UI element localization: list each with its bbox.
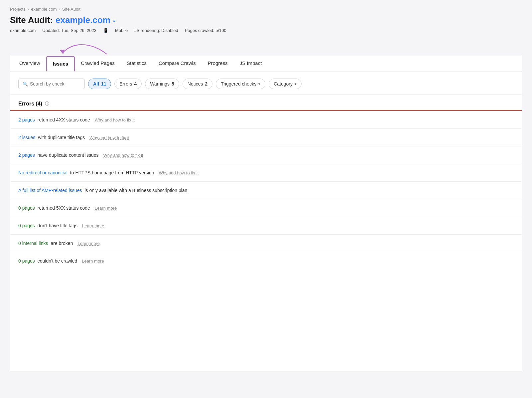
breadcrumb-sep-1: › bbox=[28, 7, 29, 12]
category-dropdown[interactable]: Category ▾ bbox=[269, 79, 302, 89]
filter-errors-button[interactable]: Errors 4 bbox=[114, 79, 142, 89]
errors-title: Errors (4) ⓘ bbox=[18, 101, 514, 107]
main-content: 🔍 All 11 Errors 4 Warnings 5 Notices 2 T… bbox=[10, 72, 522, 371]
errors-label: Errors (4) bbox=[18, 101, 42, 107]
meta-device: Mobile bbox=[115, 28, 128, 33]
issue-text-no-title: don't have title tags bbox=[38, 223, 77, 228]
issue-row-no-title: 0 pages don't have title tags Learn more bbox=[10, 217, 522, 235]
fix-link-4xx[interactable]: Why and how to fix it bbox=[95, 117, 135, 122]
issue-text-duplicate-content: have duplicate content issues bbox=[38, 152, 99, 158]
filter-warnings-label: Warnings bbox=[150, 81, 170, 87]
meta-pages: Pages crawled: 5/100 bbox=[185, 28, 226, 33]
issue-row-5xx: 0 pages returned 5XX status code Learn m… bbox=[10, 199, 522, 217]
issue-link-4xx[interactable]: 2 pages bbox=[18, 117, 35, 122]
filter-all-label: All bbox=[93, 81, 99, 87]
tab-issues[interactable]: Issues bbox=[46, 56, 75, 72]
errors-section-header: Errors (4) ⓘ bbox=[10, 95, 522, 110]
learn-link-not-crawled[interactable]: Learn more bbox=[82, 259, 104, 264]
site-link[interactable]: example.com ⌄ bbox=[56, 15, 116, 25]
issue-link-duplicate-content[interactable]: 2 pages bbox=[18, 152, 35, 158]
triggered-checks-dropdown[interactable]: Triggered checks ▾ bbox=[216, 79, 265, 89]
tab-js-impact[interactable]: JS Impact bbox=[234, 56, 268, 72]
breadcrumb-projects[interactable]: Projects bbox=[10, 7, 26, 12]
svg-marker-0 bbox=[60, 50, 65, 54]
filter-errors-label: Errors bbox=[119, 81, 132, 87]
learn-link-no-title[interactable]: Learn more bbox=[82, 223, 104, 228]
issue-text-no-redirect: to HTTPS homepage from HTTP version bbox=[70, 170, 154, 175]
tab-compare-crawls[interactable]: Compare Crawls bbox=[153, 56, 202, 72]
issue-row-amp: A full list of AMP-related issues is onl… bbox=[10, 182, 522, 199]
tab-statistics[interactable]: Statistics bbox=[121, 56, 153, 72]
triggered-checks-arrow-icon: ▾ bbox=[258, 82, 260, 86]
issue-row-duplicate-content: 2 pages have duplicate content issues Wh… bbox=[10, 146, 522, 164]
learn-link-broken-links[interactable]: Learn more bbox=[77, 241, 99, 246]
issue-link-5xx[interactable]: 0 pages bbox=[18, 205, 35, 211]
tab-crawled-pages[interactable]: Crawled Pages bbox=[75, 56, 121, 72]
fix-link-duplicate-content[interactable]: Why and how to fix it bbox=[103, 153, 143, 158]
annotation-arrow bbox=[50, 36, 116, 56]
arrow-annotation bbox=[10, 39, 522, 56]
filter-warnings-button[interactable]: Warnings 5 bbox=[145, 79, 179, 89]
issue-link-amp[interactable]: A full list of AMP-related issues bbox=[18, 188, 82, 193]
meta-js: JS rendering: Disabled bbox=[134, 28, 178, 33]
breadcrumb-current: Site Audit bbox=[62, 7, 80, 12]
search-box[interactable]: 🔍 bbox=[18, 79, 85, 89]
site-dropdown-icon[interactable]: ⌄ bbox=[112, 17, 116, 23]
meta-domain: example.com bbox=[10, 28, 36, 33]
issue-row-no-redirect: No redirect or canonical to HTTPS homepa… bbox=[10, 164, 522, 182]
fix-link-no-redirect[interactable]: Why and how to fix it bbox=[159, 170, 199, 175]
filter-all-button[interactable]: All 11 bbox=[88, 79, 111, 89]
filter-notices-count: 2 bbox=[205, 81, 208, 87]
page-title: Site Audit: example.com ⌄ bbox=[10, 15, 522, 25]
issue-text-broken-links: are broken bbox=[51, 241, 73, 246]
site-name: example.com bbox=[56, 15, 110, 25]
search-icon: 🔍 bbox=[23, 82, 28, 87]
issue-link-not-crawled[interactable]: 0 pages bbox=[18, 258, 35, 264]
triggered-checks-label: Triggered checks bbox=[221, 81, 256, 87]
filter-notices-label: Notices bbox=[188, 81, 203, 87]
title-prefix: Site Audit: bbox=[10, 15, 53, 25]
info-icon[interactable]: ⓘ bbox=[45, 101, 49, 107]
issue-row-broken-links: 0 internal links are broken Learn more bbox=[10, 235, 522, 252]
issue-link-no-title[interactable]: 0 pages bbox=[18, 223, 35, 228]
issue-text-5xx: returned 5XX status code bbox=[38, 205, 90, 211]
filter-warnings-count: 5 bbox=[172, 81, 174, 87]
search-input[interactable] bbox=[30, 81, 76, 87]
breadcrumb-domain[interactable]: example.com bbox=[31, 7, 57, 12]
tab-progress[interactable]: Progress bbox=[202, 56, 234, 72]
meta-updated: Updated: Tue, Sep 26, 2023 bbox=[42, 28, 96, 33]
filter-errors-count: 4 bbox=[134, 81, 137, 87]
issue-row-4xx: 2 pages returned 4XX status code Why and… bbox=[10, 111, 522, 129]
breadcrumb-sep-2: › bbox=[59, 7, 60, 12]
category-arrow-icon: ▾ bbox=[295, 82, 297, 86]
issue-text-amp: is only available with a Business subscr… bbox=[84, 188, 187, 193]
learn-link-5xx[interactable]: Learn more bbox=[95, 206, 117, 211]
meta-device-icon: 📱 bbox=[103, 28, 108, 33]
filter-all-count: 11 bbox=[101, 81, 106, 87]
breadcrumb: Projects › example.com › Site Audit bbox=[10, 7, 522, 12]
issue-row-not-crawled: 0 pages couldn't be crawled Learn more bbox=[10, 252, 522, 270]
category-label: Category bbox=[274, 81, 293, 87]
filter-notices-button[interactable]: Notices 2 bbox=[183, 79, 212, 89]
issue-link-no-redirect[interactable]: No redirect or canonical bbox=[18, 170, 67, 175]
tab-overview[interactable]: Overview bbox=[13, 56, 46, 72]
fix-link-duplicate-title[interactable]: Why and how to fix it bbox=[89, 135, 129, 140]
issue-row-duplicate-title: 2 issues with duplicate title tags Why a… bbox=[10, 129, 522, 146]
meta-row: example.com Updated: Tue, Sep 26, 2023 📱… bbox=[10, 28, 522, 33]
issue-link-broken-links[interactable]: 0 internal links bbox=[18, 241, 48, 246]
issue-text-4xx: returned 4XX status code bbox=[38, 117, 90, 122]
tabs-bar: Overview Issues Crawled Pages Statistics… bbox=[10, 56, 522, 72]
issue-text-not-crawled: couldn't be crawled bbox=[38, 258, 77, 264]
filter-bar: 🔍 All 11 Errors 4 Warnings 5 Notices 2 T… bbox=[10, 72, 522, 95]
issue-text-duplicate-title: with duplicate title tags bbox=[38, 135, 85, 140]
issue-link-duplicate-title[interactable]: 2 issues bbox=[18, 135, 35, 140]
